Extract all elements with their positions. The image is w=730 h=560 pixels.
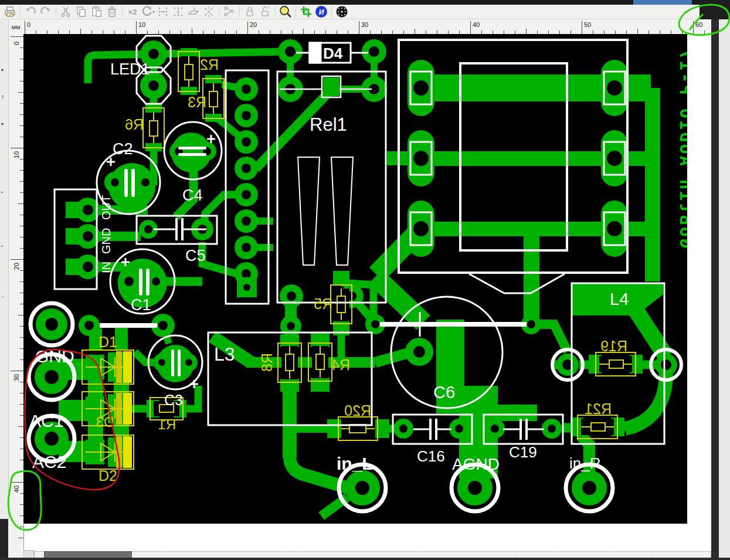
component-d1[interactable] bbox=[82, 350, 134, 384]
h-ruler-tick bbox=[671, 30, 671, 34]
h-ruler-label: 60 bbox=[695, 21, 702, 28]
smd-components[interactable] bbox=[82, 48, 643, 469]
v-ruler-tick bbox=[20, 382, 23, 382]
v-ruler-tick bbox=[20, 293, 23, 293]
label-r2: R2 bbox=[200, 56, 219, 73]
duplicate-x2-button[interactable]: ×2 bbox=[125, 5, 140, 18]
undo-button[interactable] bbox=[23, 5, 38, 18]
component-r20[interactable] bbox=[327, 417, 389, 440]
v-ruler-tick bbox=[20, 527, 23, 527]
left-edge-panel: ▾ T ▾ ▪ ▪ – bbox=[0, 19, 9, 519]
v-ruler-tick bbox=[20, 337, 23, 338]
copy-button[interactable] bbox=[74, 5, 89, 18]
vertical-ruler: 010203040 bbox=[8, 34, 24, 558]
h-ruler-tick bbox=[80, 29, 81, 34]
label-ac1: AC1 bbox=[29, 411, 63, 430]
copper-traces[interactable] bbox=[88, 52, 666, 516]
board-title: GoBlin AUDIO P-17 bbox=[676, 49, 695, 249]
rotate-dropdown-caret[interactable]: ▾ bbox=[152, 9, 155, 15]
label-l3: L3 bbox=[214, 344, 235, 365]
h-ruler-tick bbox=[36, 30, 36, 34]
label-ac2: AC2 bbox=[32, 452, 66, 471]
h-ruler-tick bbox=[381, 30, 382, 34]
h-ruler-label: 50 bbox=[584, 21, 591, 28]
language-icon: И bbox=[319, 8, 324, 16]
h-ruler-tick bbox=[303, 29, 304, 34]
h-ruler-tick bbox=[314, 30, 315, 34]
component-r2[interactable] bbox=[178, 48, 199, 95]
pads[interactable] bbox=[29, 39, 681, 511]
copper-fills[interactable] bbox=[59, 74, 663, 478]
v-ruler-tick bbox=[20, 181, 23, 182]
h-ruler-label: 0 bbox=[27, 21, 30, 28]
v-ruler-tick bbox=[20, 304, 23, 304]
label-r5: R5 bbox=[314, 296, 332, 312]
component-r1[interactable] bbox=[147, 398, 186, 420]
v-ruler-tick bbox=[18, 426, 23, 427]
component-r6[interactable] bbox=[143, 104, 164, 151]
flip-board-button[interactable] bbox=[186, 5, 201, 18]
component-r3[interactable] bbox=[203, 75, 224, 122]
h-ruler-tick bbox=[470, 21, 471, 34]
delete-button[interactable] bbox=[104, 5, 120, 18]
label-c16: C16 bbox=[417, 447, 445, 465]
v-ruler-tick bbox=[20, 493, 23, 494]
label-c3: C3 bbox=[164, 392, 183, 408]
lock-button[interactable] bbox=[242, 5, 257, 18]
h-ruler-tick bbox=[660, 30, 660, 34]
label-r20: R20 bbox=[344, 402, 371, 419]
h-ruler-label: 20 bbox=[250, 21, 257, 28]
v-ruler-tick bbox=[20, 393, 23, 393]
center-button[interactable] bbox=[201, 5, 216, 18]
h-ruler-tick bbox=[292, 30, 293, 34]
photo-view-button[interactable] bbox=[334, 5, 349, 18]
component-r5[interactable] bbox=[331, 271, 352, 335]
component-r8[interactable] bbox=[278, 334, 301, 392]
window-top-edge bbox=[0, 0, 730, 5]
rotate-button[interactable]: ▾ bbox=[140, 5, 155, 18]
horizontal-ruler: 0102030405060 bbox=[23, 19, 711, 35]
v-ruler-tick bbox=[20, 281, 23, 282]
component-r19[interactable] bbox=[589, 352, 643, 376]
unlock-button[interactable] bbox=[257, 5, 273, 18]
zoom-button[interactable] bbox=[278, 5, 293, 18]
pcb-canvas[interactable]: LED1 D4 Rel1 C2 C4 C5 C1 C3 C6 C16 C19 L… bbox=[23, 34, 695, 524]
label-led1: LED1 bbox=[110, 60, 150, 78]
silkscreen bbox=[55, 36, 664, 444]
h-ruler-tick bbox=[359, 21, 359, 34]
left-edge-panel-dark bbox=[0, 519, 8, 560]
netlist-button[interactable] bbox=[222, 5, 237, 18]
snap-crop-button[interactable] bbox=[298, 5, 314, 18]
mirror-horizontal-button[interactable] bbox=[155, 5, 171, 18]
h-ruler-tick bbox=[370, 30, 371, 34]
h-ruler-tick bbox=[493, 30, 493, 34]
window-right-margin bbox=[719, 19, 730, 558]
label-r21: R21 bbox=[585, 401, 612, 417]
v-ruler-tick bbox=[20, 326, 23, 327]
language-button[interactable]: И bbox=[314, 5, 329, 18]
component-r4[interactable] bbox=[308, 333, 332, 392]
component-d2[interactable] bbox=[82, 435, 134, 469]
cut-button[interactable] bbox=[59, 5, 74, 18]
mirror-vertical-button[interactable] bbox=[171, 5, 186, 18]
toolbar-separator bbox=[239, 6, 240, 18]
print-button[interactable] bbox=[2, 5, 18, 18]
v-ruler-tick bbox=[18, 315, 23, 315]
label-c6: C6 bbox=[433, 383, 455, 402]
h-ruler-tick bbox=[114, 30, 114, 34]
redo-button[interactable] bbox=[38, 5, 53, 18]
h-ruler-tick bbox=[158, 30, 159, 34]
component-d3[interactable] bbox=[82, 392, 134, 426]
h-ruler-tick bbox=[626, 30, 627, 34]
h-ruler-tick bbox=[682, 30, 683, 34]
pcb-board[interactable] bbox=[23, 34, 687, 524]
label-d1: D1 bbox=[99, 334, 117, 350]
component-r21[interactable] bbox=[571, 415, 624, 439]
window-corner-dark bbox=[700, 0, 730, 19]
h-ruler-tick bbox=[704, 30, 705, 34]
label-in-l: in_L bbox=[337, 454, 373, 473]
h-ruler-label: 10 bbox=[138, 21, 145, 28]
h-ruler-tick bbox=[637, 29, 638, 34]
scrollbar-corner bbox=[23, 550, 34, 558]
paste-button[interactable] bbox=[89, 5, 104, 18]
